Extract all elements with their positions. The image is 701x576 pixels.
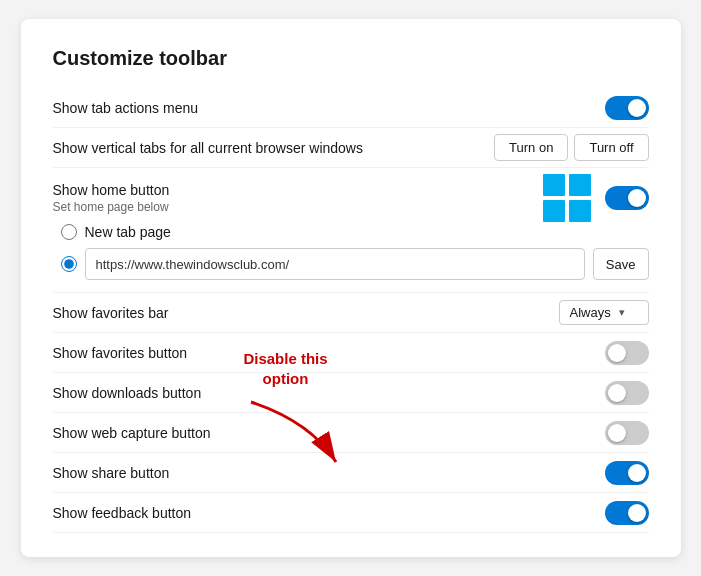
fav-bar-label: Show favorites bar [53,305,559,321]
new-tab-radio[interactable] [61,224,77,240]
svg-rect-0 [543,174,565,196]
home-button-left: Show home button Set home page below [53,182,170,214]
feedback-button-label: Show feedback button [53,505,605,521]
fav-button-track[interactable] [605,341,649,365]
url-radio[interactable] [61,256,77,272]
vertical-tabs-row: Show vertical tabs for all current brows… [53,128,649,168]
home-button-thumb [628,189,646,207]
downloads-button-track[interactable] [605,381,649,405]
home-button-toggle[interactable] [605,186,649,210]
url-input[interactable] [85,248,585,280]
downloads-button-thumb [608,384,626,402]
page-title: Customize toolbar [53,47,649,70]
tab-actions-row: Show tab actions menu [53,88,649,128]
web-capture-toggle[interactable] [605,421,649,445]
tab-actions-thumb [628,99,646,117]
save-button[interactable]: Save [593,248,649,280]
fav-button-thumb [608,344,626,362]
feedback-button-thumb [628,504,646,522]
svg-rect-1 [569,174,591,196]
url-radio-row: Save [53,248,649,280]
web-capture-thumb [608,424,626,442]
feedback-button-track[interactable] [605,501,649,525]
turn-buttons-group: Turn on Turn off [494,134,648,161]
fav-button-row: Show favorites button [53,333,649,373]
share-button-label: Show share button [53,465,605,481]
new-tab-label[interactable]: New tab page [85,224,171,240]
svg-rect-2 [543,200,565,222]
tab-actions-toggle[interactable] [605,96,649,120]
fav-button-label: Show favorites button [53,345,605,361]
downloads-button-row: Show downloads button [53,373,649,413]
share-button-thumb [628,464,646,482]
customize-toolbar-panel: Customize toolbar Show tab actions menu … [21,19,681,557]
turn-on-button[interactable]: Turn on [494,134,568,161]
tab-actions-track[interactable] [605,96,649,120]
web-capture-label: Show web capture button [53,425,605,441]
set-home-sublabel: Set home page below [53,200,170,214]
turn-off-button[interactable]: Turn off [574,134,648,161]
vertical-tabs-label: Show vertical tabs for all current brows… [53,140,495,156]
share-button-track[interactable] [605,461,649,485]
tab-actions-label: Show tab actions menu [53,100,605,116]
home-right [529,172,649,224]
home-button-label: Show home button [53,182,170,198]
fav-bar-option: Always [570,305,611,320]
downloads-button-label: Show downloads button [53,385,605,401]
feedback-button-row: Show feedback button [53,493,649,533]
svg-rect-3 [569,200,591,222]
favorites-bar-row: Show favorites bar Always ▾ [53,293,649,333]
web-capture-row: Show web capture button [53,413,649,453]
home-top-row: Show home button Set home page below [53,172,649,224]
feedback-button-toggle[interactable] [605,501,649,525]
home-button-track[interactable] [605,186,649,210]
downloads-button-toggle[interactable] [605,381,649,405]
web-capture-track[interactable] [605,421,649,445]
fav-button-toggle[interactable] [605,341,649,365]
new-tab-radio-row: New tab page [53,224,649,240]
share-button-row: Show share button [53,453,649,493]
home-button-section: Show home button Set home page below [53,168,649,293]
share-button-toggle[interactable] [605,461,649,485]
chevron-down-icon: ▾ [619,306,625,319]
windows-logo-icon [541,172,593,224]
fav-bar-dropdown[interactable]: Always ▾ [559,300,649,325]
